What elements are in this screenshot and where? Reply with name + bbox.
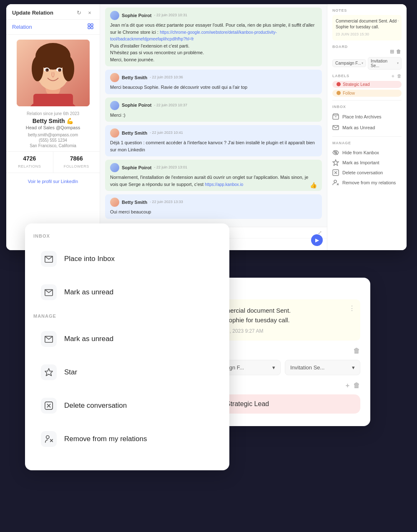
place-into-archives[interactable]: Place Into Archives: [332, 111, 402, 122]
remove-from-relations[interactable]: Remove from my relations: [332, 178, 402, 188]
mark-as-important[interactable]: Mark as Important: [332, 158, 402, 168]
svg-marker-27: [333, 160, 339, 166]
big-board-select-2[interactable]: Invitation Se... ▾: [285, 360, 360, 375]
stat-relations: 4726 RELATIONS: [6, 152, 53, 173]
svg-marker-37: [45, 369, 53, 376]
place-into-inbox-label: Place into Inbox: [64, 255, 115, 263]
message-bubble: Sophie Poirot - 22 juin 2023 13:01 Norma…: [105, 160, 322, 191]
delete-conversation[interactable]: Delete conversation: [332, 168, 402, 178]
board-section-title: BOARD ⊞ 🗑: [332, 45, 402, 55]
place-into-inbox-item[interactable]: Place into Inbox: [33, 244, 221, 274]
avatar-betty: [110, 198, 119, 207]
board-select-1[interactable]: Campaign F... ▾: [332, 59, 366, 67]
floating-mark-unread-item[interactable]: Mark as unread: [33, 324, 221, 354]
svg-rect-1: [91, 24, 93, 26]
message-bubble: Sophie Poirot - 22 juin 2023 10:31 Jean …: [105, 8, 322, 66]
mark-unread-label: Mark as unread: [64, 288, 113, 296]
refresh-icon[interactable]: ↻: [75, 8, 83, 17]
board-trash-btn[interactable]: 🗑: [353, 347, 360, 355]
message-bubble: Betty Smith - 22 juin 2023 10:41 Déjà 1 …: [105, 125, 322, 156]
svg-point-10: [63, 56, 74, 81]
chevron-down-icon: ▾: [397, 61, 399, 65]
stats-row: 4726 RELATIONS 7866 FOLLOWERS: [6, 151, 100, 173]
label-add-icon[interactable]: +: [391, 73, 394, 79]
left-panel: Update Relation ↻ × Relation: [6, 4, 100, 250]
avatar-sophie: [110, 11, 119, 20]
board-trash-icon[interactable]: 🗑: [396, 49, 402, 55]
stat-followers: 7866 FOLLOWERS: [53, 152, 100, 173]
inbox-section-title: INBOX: [332, 105, 402, 109]
unread-icon-2: [41, 331, 57, 347]
person-title: Head of Sales @Qompass: [6, 125, 100, 130]
star-item[interactable]: Star: [33, 358, 221, 387]
main-window: Update Relation ↻ × Relation: [6, 4, 407, 250]
profile-photo: [17, 40, 90, 106]
svg-rect-22: [333, 115, 339, 119]
delete-convo-item[interactable]: Delete conversation: [33, 391, 221, 420]
mark-unread-item[interactable]: Mark as unread: [33, 278, 221, 307]
big-note-text: Commercial document Sent. Add Sophie for…: [212, 306, 354, 325]
manage-floating-title: MANAGE: [33, 314, 221, 319]
person-email: betty.smith@qompass.com: [6, 133, 100, 137]
message-bubble: Betty Smith - 22 juin 2023 13:33 Oui mer…: [105, 194, 322, 219]
svg-point-16: [59, 69, 61, 70]
send-button[interactable]: ▶: [311, 234, 323, 246]
note-text: Commercial document Sent. Add Sophie for…: [336, 18, 398, 30]
inbox-floating-title: INBOX: [33, 233, 221, 238]
big-note-menu-icon[interactable]: ⋮: [349, 304, 355, 312]
avatar-sophie: [110, 163, 119, 172]
header-icons: ↻ ×: [75, 8, 94, 17]
mark-as-unread[interactable]: Mark as Unread: [332, 122, 402, 133]
relation-label: Relation: [12, 24, 32, 30]
divider: [332, 100, 402, 100]
big-note-date: June 23, 2023 9:27 AM: [212, 328, 354, 334]
unread-icon: [41, 284, 57, 300]
chevron-down-icon: ▾: [272, 364, 275, 371]
svg-point-41: [46, 436, 49, 439]
linkedin-button[interactable]: Voir le profil sur LinkedIn: [6, 177, 100, 186]
delete-icon: [41, 398, 57, 414]
label-strategic-lead[interactable]: Strategic Lead: [332, 81, 402, 88]
hide-from-kanbox[interactable]: Hide from Kanbox: [332, 148, 402, 158]
chat-panel: Sophie Poirot - 22 juin 2023 10:31 Jean …: [100, 4, 327, 250]
person-phone: (555) 555 1234: [6, 138, 100, 143]
remove-relations-item[interactable]: Remove from my relations: [33, 424, 221, 454]
right-panel: NOTES ⋯ Commercial document Sent. Add So…: [327, 4, 407, 250]
window-header: Update Relation ↻ ×: [6, 4, 100, 20]
divider: [332, 136, 402, 137]
chevron-down-icon: ▾: [352, 364, 355, 371]
label-follow[interactable]: Follow: [332, 90, 402, 97]
relation-since: Relation since june 6th 2023: [6, 111, 100, 116]
note-menu-icon[interactable]: ⋯: [394, 18, 399, 25]
label-trash-icon[interactable]: 🗑: [397, 73, 402, 78]
person-name: Betty Smith 💪: [6, 118, 100, 124]
close-icon[interactable]: ×: [85, 8, 94, 17]
board-grid-icon[interactable]: ⊞: [390, 49, 394, 55]
svg-rect-3: [91, 27, 93, 29]
note-card: ⋯ Commercial document Sent. Add Sophie f…: [332, 15, 402, 40]
star-icon: [41, 364, 57, 380]
manage-section-title: MANAGE: [332, 141, 402, 145]
chevron-down-icon: ▾: [362, 61, 363, 65]
notes-section-title: NOTES: [332, 8, 402, 13]
svg-point-15: [47, 69, 48, 70]
note-date: 23 JUIN 2023 15:30: [336, 32, 398, 37]
floating-mark-unread-label: Mark as unread: [64, 335, 113, 343]
label-dot: [337, 82, 341, 86]
board-row: Campaign F... ▾ Invitation Se... ▾: [332, 57, 402, 70]
svg-point-31: [334, 180, 337, 183]
relation-tab[interactable]: Relation: [6, 20, 100, 35]
avatar-betty: [110, 128, 119, 138]
labels-header: LABELS + 🗑: [332, 73, 402, 79]
board-select-2[interactable]: Invitation Se... ▾: [368, 57, 402, 70]
window-title: Update Relation: [12, 10, 53, 16]
message-bubble: Betty Smith - 22 juin 2023 10:36 Merci b…: [105, 70, 322, 94]
relation-tab-icon: [87, 23, 94, 31]
avatar-betty: [110, 73, 119, 82]
labels-trash-icon[interactable]: 🗑: [353, 382, 360, 389]
svg-point-9: [32, 56, 43, 81]
stat-relations-label: RELATIONS: [18, 164, 41, 168]
labels-add-icon[interactable]: +: [346, 382, 350, 389]
stat-followers-label: FOLLOWERS: [64, 164, 89, 168]
message-bubble: Sophie Poirot - 22 juin 2023 10:37 Merci…: [105, 98, 322, 122]
